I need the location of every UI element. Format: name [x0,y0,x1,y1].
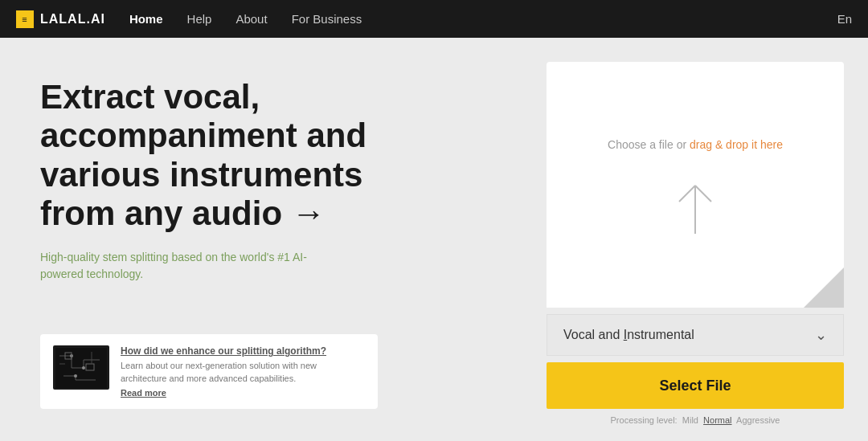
stem-type-dropdown[interactable]: Vocal and Instrumental ⌄ [547,314,844,356]
upload-link-text: drag & drop it here [690,138,783,151]
dropdown-highlight: I [624,328,627,341]
processing-aggressive[interactable]: Aggressive [736,415,780,425]
chevron-down-icon: ⌄ [815,326,827,344]
info-card-description: Learn about our next-generation solution… [121,360,365,385]
navigation: ≡ LALAL.AI Home Help About For Business … [0,0,868,38]
language-selector[interactable]: En [837,12,852,26]
processing-mild[interactable]: Mild [682,415,698,425]
processing-normal[interactable]: Normal [703,415,731,425]
left-panel: Extract vocal, accompaniment and various… [0,38,530,441]
upload-arrow-icon [671,178,719,242]
svg-point-11 [74,374,77,378]
logo[interactable]: ≡ LALAL.AI [16,10,105,28]
info-card-image [53,345,109,390]
info-card-body: How did we enhance our splitting algorit… [121,345,365,398]
upload-instructions: Choose a file or drag & drop it here [608,136,783,153]
right-panel: Choose a file or drag & drop it here Voc… [530,38,868,441]
logo-text: LALAL.AI [40,12,105,27]
processing-level: Processing level: Mild Normal Aggressive [547,415,844,425]
circuit-icon [55,348,107,388]
nav-link-help[interactable]: Help [187,12,212,26]
svg-line-18 [695,186,711,202]
svg-line-17 [679,186,695,202]
svg-point-10 [82,366,85,370]
dropdown-selected-label: Vocal and Instrumental [563,328,694,342]
info-card-read-more[interactable]: Read more [121,388,365,398]
upload-dropzone[interactable]: Choose a file or drag & drop it here [547,62,844,308]
nav-link-about[interactable]: About [235,12,267,26]
select-file-button[interactable]: Select File [547,362,844,409]
processing-prefix: Processing level: [611,415,678,425]
main-content: Extract vocal, accompaniment and various… [0,38,868,441]
nav-link-for-business[interactable]: For Business [292,12,362,26]
info-card-title[interactable]: How did we enhance our splitting algorit… [121,345,365,357]
info-card: How did we enhance our splitting algorit… [40,334,378,409]
hero-subtitle: High-quality stem splitting based on the… [40,249,346,283]
logo-icon: ≡ [16,10,34,28]
nav-link-home[interactable]: Home [129,12,163,26]
hero-title: Extract vocal, accompaniment and various… [40,78,442,233]
